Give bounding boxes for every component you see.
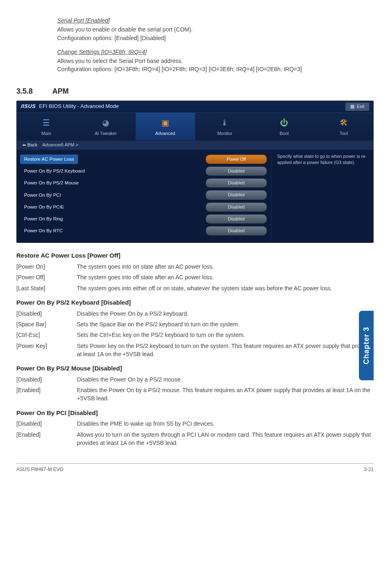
setting-label: Power On By PS/2 Mouse [24, 180, 79, 186]
serial-line1: Allows you to enable or disable the seri… [57, 26, 193, 33]
change-line2: Configuration options: [IO=3F8h; IRQ=4] … [57, 66, 302, 72]
option-value: The system goes into either off or on st… [77, 284, 374, 292]
option-key: [Power On] [16, 263, 69, 271]
change-line1: Allows you to select the Serial Port bas… [57, 58, 183, 64]
setting-label: Power On By PCI [24, 192, 61, 199]
change-settings-heading: Change Settings [IO=3F8h; IRQ=4] [57, 48, 374, 56]
setting-value[interactable]: Disabled [206, 214, 267, 224]
tab-monitor[interactable]: 🌡 Monitor [195, 113, 255, 140]
tab-ai-tweaker-label: Ai Tweaker [95, 131, 117, 136]
option-value: Sets Power key on the PS/2 keyboard to t… [77, 342, 374, 359]
setting-label: Power On By PCIE [24, 204, 64, 211]
option-key: [Enabled] [16, 386, 69, 403]
exit-icon [350, 105, 354, 109]
bios-window-title: EFI BIOS Utility - Advanced Mode [39, 103, 119, 110]
section-title: APM [52, 86, 69, 97]
tab-tool[interactable]: 🛠 Tool [314, 113, 374, 140]
option-key: [Disabled] [16, 420, 69, 428]
tab-tool-label: Tool [340, 131, 348, 136]
exit-label: Exit [357, 103, 364, 110]
option-value: Enables the Power On by a PS/2 mouse. Th… [77, 386, 374, 403]
option-value: Disables the Power On by a PS/2 keyboard… [77, 310, 374, 318]
chapter-side-tab: Chapter 3 [359, 311, 374, 380]
gauge-icon: ◕ [76, 117, 136, 129]
breadcrumb: Advanced\ APM > [42, 142, 78, 148]
option-key: [Ctrl-Esc] [16, 331, 69, 339]
serial-port-heading: Serial Port [Enabled] [57, 16, 374, 25]
option-key: [Power Key] [16, 342, 69, 359]
tab-main[interactable]: ☰ Main [17, 113, 76, 140]
footer-left: ASUS P8H67-M EVO [16, 466, 63, 473]
setting-row[interactable]: Power On By PCI Disabled [24, 189, 267, 201]
setting-value[interactable]: Disabled [206, 202, 267, 212]
option-value: Disables the Power On by a PS/2 mouse. [77, 375, 374, 384]
setting-row[interactable]: Restore AC Power Loss Power Off [24, 153, 267, 165]
setting-value[interactable]: Disabled [206, 166, 267, 176]
option-value: Sets the Ctrl+Esc key on the PS/2 keyboa… [77, 331, 374, 339]
pci-heading: Power On By PCI [Disabled] [16, 408, 374, 417]
option-key: [Disabled] [16, 310, 69, 318]
setting-label: Power On By Ring [24, 215, 63, 222]
chip-icon: ▣ [136, 117, 195, 129]
serial-port-desc: Allows you to enable or disable the seri… [57, 25, 374, 42]
thermometer-icon: 🌡 [195, 117, 255, 129]
setting-value[interactable]: Disabled [206, 178, 267, 188]
option-key: [Enabled] [16, 431, 69, 447]
setting-row[interactable]: Power On By RTC Disabled [24, 225, 267, 237]
chapter-side-tab-label: Chapter 3 [361, 327, 372, 364]
power-icon: ⏻ [255, 117, 314, 129]
option-value: Sets the Space Bar on the PS/2 keyboard … [77, 320, 374, 328]
setting-value[interactable]: Disabled [206, 226, 267, 236]
tab-boot-label: Boot [280, 131, 289, 136]
bios-settings-list: Restore AC Power Loss Power Off Power On… [17, 150, 271, 243]
setting-label: Restore AC Power Loss [20, 155, 78, 164]
restore-heading: Restore AC Power Loss [Power Off] [16, 251, 374, 260]
option-value: The system goes into off state after an … [77, 273, 374, 281]
option-value: Allows you to turn on the system through… [77, 431, 374, 447]
option-key: [Space Bar] [16, 320, 69, 328]
serial-line2: Configuration options: [Enabled] [Disabl… [57, 35, 166, 41]
setting-row[interactable]: Power On By PS/2 Mouse Disabled [24, 177, 267, 189]
list-icon: ☰ [17, 117, 76, 129]
option-value: The system goes into on state after an A… [77, 263, 374, 271]
bios-help-panel: Specify what state to go to when power i… [271, 150, 373, 243]
section-number: 3.5.8 [16, 86, 33, 97]
tab-monitor-label: Monitor [217, 131, 232, 136]
setting-value[interactable]: Power Off [206, 155, 267, 164]
change-settings-desc: Allows you to select the Serial Port bas… [57, 57, 374, 74]
bios-brand-logo: /ISUS [21, 103, 36, 110]
tab-advanced-label: Advanced [155, 131, 175, 136]
setting-label: Power On By PS/2 Keyboard [24, 168, 85, 175]
exit-button[interactable]: Exit [345, 103, 369, 111]
tab-main-label: Main [41, 131, 51, 136]
footer-right: 3-21 [364, 466, 374, 473]
keyboard-heading: Power On By PS/2 Keyboard [Disabled] [16, 298, 374, 307]
option-value: Disables the PME to wake up from S5 by P… [77, 420, 374, 428]
bios-screenshot: /ISUS EFI BIOS Utility - Advanced Mode E… [16, 101, 374, 243]
option-key: [Power Off] [16, 273, 69, 281]
setting-label: Power On By RTC [24, 227, 63, 234]
setting-row[interactable]: Power On By PS/2 Keyboard Disabled [24, 165, 267, 177]
bios-help-text: Specify what state to go to when power i… [277, 154, 367, 165]
tab-advanced[interactable]: ▣ Advanced [136, 113, 195, 140]
setting-value[interactable]: Disabled [206, 190, 267, 200]
option-key: [Last State] [16, 284, 69, 292]
mouse-heading: Power On By PS/2 Mouse [Disabled] [16, 364, 374, 373]
tab-boot[interactable]: ⏻ Boot [255, 113, 314, 140]
setting-row[interactable]: Power On By PCIE Disabled [24, 201, 267, 213]
setting-row[interactable]: Power On By Ring Disabled [24, 213, 267, 225]
wrench-icon: 🛠 [314, 117, 374, 129]
back-button[interactable]: Back [22, 142, 37, 148]
tab-ai-tweaker[interactable]: ◕ Ai Tweaker [76, 113, 136, 140]
option-key: [Disabled] [16, 375, 69, 384]
